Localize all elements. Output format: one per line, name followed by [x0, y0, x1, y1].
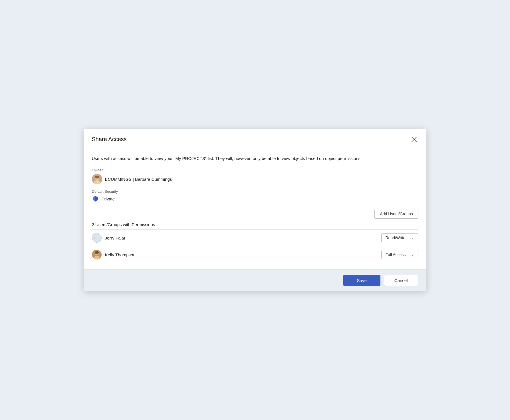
- dialog-header: Share Access: [84, 129, 426, 149]
- kelly-permission-dropdown[interactable]: Full Access ⌄: [381, 250, 418, 259]
- jerry-permission-dropdown[interactable]: Read/Write ⌄: [381, 233, 418, 242]
- owner-section: Owner BCUMMINGS | Barbara Cummings: [92, 168, 418, 184]
- table-row: JF Jerry Falat Read/Write ⌄: [92, 230, 418, 246]
- owner-row: BCUMMINGS | Barbara Cummings: [92, 174, 418, 184]
- owner-avatar-image: [92, 174, 102, 184]
- close-icon: [411, 136, 417, 143]
- permissions-header: 2 Users/Groups with Permissions: [92, 222, 418, 229]
- share-access-dialog: Share Access Users with access will be a…: [84, 129, 426, 291]
- dialog-body: Users with access will be able to view y…: [84, 149, 426, 270]
- cancel-button[interactable]: Cancel: [384, 275, 418, 286]
- svg-point-6: [95, 176, 99, 178]
- jerry-initials: JF: [94, 236, 99, 240]
- security-section: Default Security Private: [92, 189, 418, 202]
- jerry-avatar: JF: [92, 233, 102, 243]
- users-list: JF Jerry Falat Read/Write ⌄: [92, 229, 418, 263]
- owner-label: Owner: [92, 168, 418, 172]
- add-users-row: Add Users/Groups: [92, 209, 418, 219]
- jerry-name: Jerry Falat: [105, 236, 381, 240]
- kelly-avatar: [92, 250, 102, 259]
- jerry-dropdown-arrow: ⌄: [411, 236, 414, 240]
- kelly-avatar-image: [92, 250, 102, 259]
- owner-name: BCUMMINGS | Barbara Cummings: [105, 177, 172, 182]
- security-label: Default Security: [92, 189, 418, 194]
- kelly-name: Kelly Thompson: [105, 252, 381, 257]
- kelly-dropdown-arrow: ⌄: [411, 253, 414, 257]
- dialog-footer: Save Cancel: [84, 269, 426, 291]
- security-value: Private: [102, 196, 115, 201]
- save-button[interactable]: Save: [343, 275, 380, 286]
- table-row: Kelly Thompson Full Access ⌄: [92, 246, 418, 263]
- svg-point-10: [95, 251, 99, 254]
- description-text: Users with access will be able to view y…: [92, 155, 418, 162]
- shield-icon: [92, 195, 99, 202]
- add-users-button[interactable]: Add Users/Groups: [374, 209, 418, 219]
- close-button[interactable]: [410, 135, 418, 144]
- jerry-permission-label: Read/Write: [386, 236, 406, 240]
- owner-avatar: [92, 174, 102, 184]
- dialog-title: Share Access: [92, 136, 127, 143]
- security-row: Private: [92, 195, 418, 202]
- kelly-permission-label: Full Access: [386, 252, 406, 257]
